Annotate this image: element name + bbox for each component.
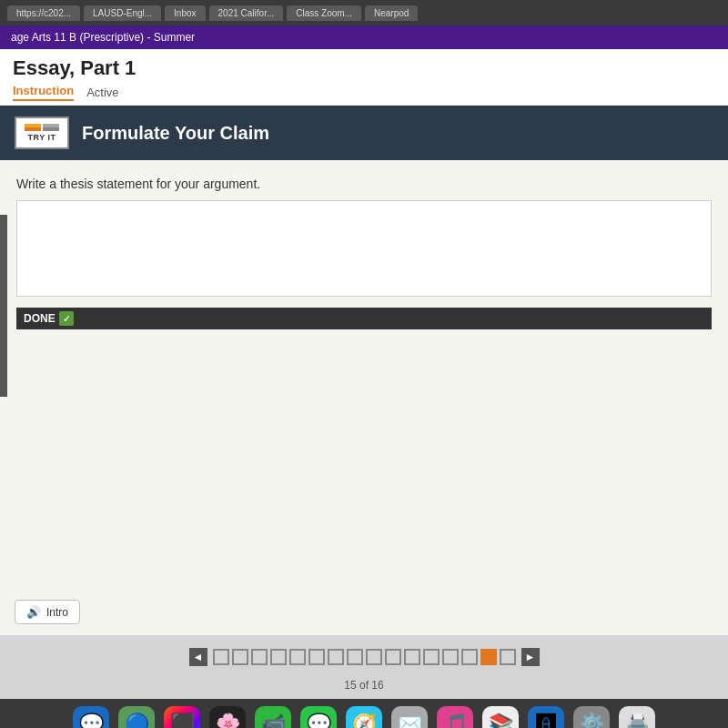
settings-icon[interactable]: ⚙️ [573,706,610,728]
tab-2[interactable]: LAUSD-Engl... [84,5,161,21]
dock: 💬 🔵 ⬛ 🌸 📹 💬 🧭 ✉️ 🎵 📚 🅰 ⚙️ 🖨️ [0,699,728,728]
nav-square-13[interactable] [442,649,459,665]
browser-tabs: https://c202... LAUSD-Engl... Inbox 2021… [0,0,728,25]
nav-square-7[interactable] [328,649,344,665]
prev-arrow[interactable]: ◄ [189,648,207,666]
content-inner: TRY IT Formulate Your Claim Write a thes… [0,106,728,635]
badge-stripe-orange [25,124,41,131]
messages-icon[interactable]: 💬 [300,706,337,728]
music-icon[interactable]: 🎵 [437,706,473,728]
tab-instruction[interactable]: Instruction [13,84,74,101]
done-button[interactable]: DONE ✓ [16,308,712,329]
nav-square-2[interactable] [232,649,248,665]
try-it-title: Formulate Your Claim [82,123,269,144]
course-title: age Arts 11 B (Prescriptive) - Summer [11,31,195,44]
try-it-badge-text: TRY IT [27,133,56,142]
thesis-textarea[interactable] [17,201,711,292]
tab-4[interactable]: 2021 Califor... [209,5,284,21]
safari-icon[interactable]: 🧭 [346,706,382,728]
text-area-wrapper[interactable] [16,200,712,297]
launchpad-icon[interactable]: ⬛ [164,706,200,728]
browser-window: age Arts 11 B (Prescriptive) - Summer Es… [0,25,728,699]
bottom-nav: ◄ ► [0,635,728,679]
badge-stripes [25,124,59,131]
speaker-icon: 🔊 [26,605,41,619]
footer-area: ◄ ► 15 of 16 [0,635,728,699]
nav-square-15[interactable] [480,649,497,665]
discord-icon[interactable]: 💬 [73,706,109,728]
main-content: TRY IT Formulate Your Claim Write a thes… [0,106,728,635]
appstore-icon[interactable]: 🅰 [528,706,564,728]
tab-5[interactable]: Class Zoom... [287,5,361,21]
nav-square-3[interactable] [251,649,268,665]
tab-3[interactable]: Inbox [165,5,205,21]
done-label: DONE [24,312,56,325]
page-header: Essay, Part 1 Instruction Active [0,49,728,106]
page-count: 15 of 16 [0,679,728,695]
intro-button[interactable]: 🔊 Intro [15,600,80,624]
content-body: Write a thesis statement for your argume… [0,160,728,635]
nav-square-12[interactable] [423,649,440,665]
nav-square-11[interactable] [404,649,420,665]
nav-square-6[interactable] [308,649,325,665]
books-icon[interactable]: 📚 [482,706,519,728]
nav-square-1[interactable] [213,649,229,665]
page-tabs: Instruction Active [13,84,715,101]
printer-icon[interactable]: 🖨️ [619,706,655,728]
tab-1[interactable]: https://c202... [7,5,80,21]
done-checkmark: ✓ [59,311,74,326]
nav-square-5[interactable] [289,649,306,665]
nav-square-16[interactable] [500,649,516,665]
next-arrow[interactable]: ► [521,648,540,666]
try-it-badge: TRY IT [15,116,69,149]
mail-icon[interactable]: ✉️ [391,706,428,728]
nav-square-9[interactable] [366,649,382,665]
tab-active-label[interactable]: Active [86,86,118,99]
nav-squares [213,649,516,665]
finder-icon[interactable]: 🔵 [118,706,155,728]
nav-square-14[interactable] [461,649,478,665]
facetime-icon[interactable]: 📹 [255,706,291,728]
tab-6[interactable]: Nearpod [365,5,418,21]
nav-square-8[interactable] [347,649,363,665]
left-sidebar-bar [0,215,7,397]
nav-square-10[interactable] [385,649,401,665]
nav-square-4[interactable] [270,649,287,665]
course-header: age Arts 11 B (Prescriptive) - Summer [0,25,728,49]
intro-label: Intro [46,606,68,619]
badge-stripe-gray [43,124,59,131]
photos-icon[interactable]: 🌸 [209,706,246,728]
try-it-header: TRY IT Formulate Your Claim [0,106,728,160]
page-title: Essay, Part 1 [13,56,715,80]
bottom-controls: 🔊 Intro [15,600,80,624]
instruction-text: Write a thesis statement for your argume… [16,177,712,191]
